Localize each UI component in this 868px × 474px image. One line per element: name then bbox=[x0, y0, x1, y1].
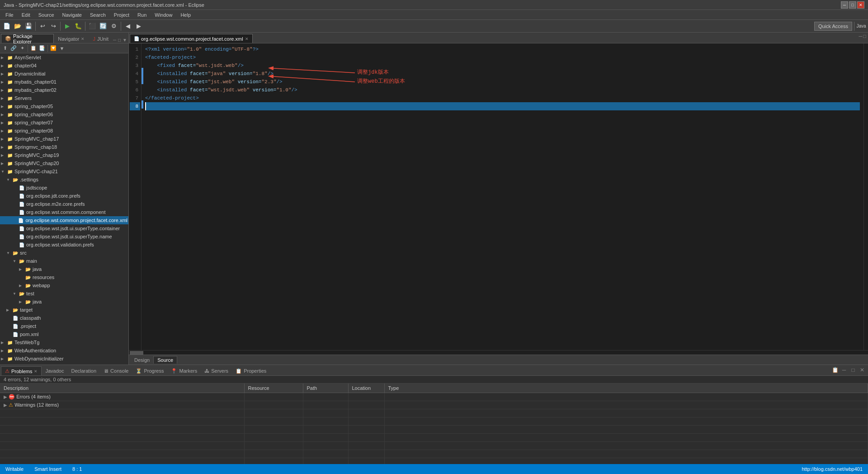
tree-item-mybatis02[interactable]: ▶ 📁 mybatis_chapter02 bbox=[0, 86, 128, 94]
tree-item-spring06[interactable]: ▶ 📁 spring_chapter06 bbox=[0, 110, 128, 118]
debug-button[interactable]: 🐛 bbox=[73, 21, 83, 31]
code-editor[interactable]: <?xml version="1.0" encoding="UTF-8"?> <… bbox=[142, 43, 863, 350]
menu-run[interactable]: Run bbox=[134, 11, 150, 19]
tab-package-explorer[interactable]: 📦 Package Explorer bbox=[1, 34, 54, 43]
tree-item-wst-validation[interactable]: 📄 org.eclipse.wst.validation.prefs bbox=[0, 241, 128, 249]
editor-vscroll[interactable] bbox=[863, 43, 868, 350]
tree-item-testwebtg[interactable]: ▶ 📁 TestWebTg bbox=[0, 338, 128, 346]
source-tab[interactable]: Source bbox=[153, 356, 177, 364]
bp-icon-1[interactable]: 📋 bbox=[831, 366, 839, 374]
tree-item-pomxml[interactable]: 📄 pom.xml bbox=[0, 330, 128, 338]
tree-item-webauth[interactable]: ▶ 📁 WebAuthentication bbox=[0, 346, 128, 355]
bp-tab-javadoc[interactable]: Javadoc bbox=[42, 366, 67, 375]
editor-area[interactable]: 1 2 3 4 5 6 7 8 bbox=[129, 43, 868, 355]
bp-tab-problems[interactable]: ⚠ Problems ✕ bbox=[1, 366, 42, 375]
bp-tab-console[interactable]: 🖥 Console bbox=[100, 366, 132, 375]
tree-item-spring05[interactable]: ▶ 📁 spring_chapter05 bbox=[0, 102, 128, 110]
collapse-all-button[interactable]: ⬆ bbox=[1, 44, 9, 52]
quick-access-button[interactable]: Quick Access bbox=[814, 22, 852, 31]
toolbar-btn-2[interactable]: ↩ bbox=[38, 21, 47, 31]
tree-item-src[interactable]: ▼ 📂 src bbox=[0, 249, 128, 257]
tree-item-springmvc20[interactable]: ▶ 📁 SpringMVC_chap20 bbox=[0, 159, 128, 167]
tree-item-test-java[interactable]: ▶ 📂 java bbox=[0, 298, 128, 306]
menu-file[interactable]: File bbox=[2, 11, 17, 19]
toolbar-btn-7[interactable]: ◀ bbox=[123, 21, 133, 31]
new-btn[interactable]: ✦ bbox=[18, 44, 26, 52]
tree-item-facet-core-xml[interactable]: 📄 org.eclipse.wst.common.project.facet.c… bbox=[0, 216, 128, 224]
menu-edit[interactable]: Edit bbox=[18, 11, 34, 19]
bp-close-icon[interactable]: ✕ bbox=[858, 366, 866, 374]
bp-minimize-icon[interactable]: ─ bbox=[840, 366, 848, 374]
bp-tab-servers[interactable]: 🖧 Servers bbox=[201, 366, 232, 375]
save-button[interactable]: 💾 bbox=[24, 21, 33, 31]
tree-item-test[interactable]: ▼ 📂 test bbox=[0, 289, 128, 298]
run-button[interactable]: ▶ bbox=[62, 21, 72, 31]
tree-item-springmvc21[interactable]: ▼ 📁 SpringMVC-chap21 bbox=[0, 167, 128, 175]
editor-tab-close-icon[interactable]: ✕ bbox=[245, 37, 249, 41]
tree-item-jsdt-supertype-container[interactable]: 📄 org.eclipse.wst.jsdt.ui.superType.cont… bbox=[0, 224, 128, 232]
tree-item-project[interactable]: 📄 .project bbox=[0, 322, 128, 330]
bp-tab-declaration[interactable]: Declaration bbox=[67, 366, 100, 375]
maximize-editor-icon[interactable]: □ bbox=[863, 33, 866, 39]
tree-item-resources[interactable]: 📂 resources bbox=[0, 273, 128, 281]
tree-item-mybatis01[interactable]: ▶ 📁 mybatis_chapter01 bbox=[0, 78, 128, 86]
editor-hscroll[interactable] bbox=[129, 350, 868, 355]
lt-btn-4[interactable]: 📋 bbox=[29, 44, 38, 52]
close-button[interactable]: ✕ bbox=[857, 1, 864, 9]
minimize-button[interactable]: ─ bbox=[841, 1, 848, 9]
bp-maximize-icon[interactable]: □ bbox=[849, 366, 857, 374]
menu-source[interactable]: Source bbox=[35, 11, 58, 19]
problems-row-errors[interactable]: ▶ ⛔ Errors (4 items) bbox=[0, 393, 868, 401]
perspective-button[interactable]: Java bbox=[856, 21, 866, 31]
menu-search[interactable]: Search bbox=[86, 11, 109, 19]
tree-item-asyservlet[interactable]: ▶ 📁 AsynServlet bbox=[0, 53, 128, 62]
tree-item-servers[interactable]: ▶ 📁 Servers bbox=[0, 94, 128, 102]
minimize-panel-icon[interactable]: ─ bbox=[113, 37, 117, 43]
problems-row-warnings[interactable]: ▶ ⚠ Warnings (12 items) bbox=[0, 401, 868, 409]
menu-help[interactable]: Help bbox=[177, 11, 194, 19]
problems-tab-close[interactable]: ✕ bbox=[34, 369, 38, 374]
link-editor-button[interactable]: 🔗 bbox=[9, 44, 18, 52]
expand-warnings-icon[interactable]: ▶ bbox=[4, 403, 7, 408]
minimize-editor-icon[interactable]: ─ bbox=[859, 33, 863, 39]
tree-item-classpath[interactable]: 📄 classpath bbox=[0, 314, 128, 322]
editor-tab-facet-xml[interactable]: 📄 org.eclipse.wst.common.project.facet.c… bbox=[130, 34, 253, 43]
tree-item-m2e[interactable]: 📄 org.eclipse.m2e.core.prefs bbox=[0, 200, 128, 208]
bp-tab-properties[interactable]: 📋 Properties bbox=[232, 366, 270, 375]
tree-item-java[interactable]: ▶ 📂 java bbox=[0, 265, 128, 273]
toolbar-btn-8[interactable]: ▶ bbox=[134, 21, 144, 31]
menu-window[interactable]: Window bbox=[151, 11, 176, 19]
navigator-close-icon[interactable]: ✕ bbox=[81, 37, 85, 41]
tree-item-target[interactable]: ▶ 📂 target bbox=[0, 306, 128, 314]
tree-item-jdt-core[interactable]: 📄 org.eclipse.jdt.core.prefs bbox=[0, 192, 128, 200]
toolbar-btn-4[interactable]: ⬛ bbox=[87, 21, 97, 31]
bp-tab-markers[interactable]: 📍 Markers bbox=[167, 366, 201, 375]
tree-item-wst-common-component[interactable]: 📄 org.eclipse.wst.common.component bbox=[0, 208, 128, 216]
tree-item-springmvc17[interactable]: ▶ 📁 SpringMVC_chap17 bbox=[0, 135, 128, 143]
tree-item-settings[interactable]: ▼ 📂 .settings bbox=[0, 175, 128, 184]
tree-item-spring08[interactable]: ▶ 📁 spring_chapter08 bbox=[0, 127, 128, 135]
tree-item-springmvc19[interactable]: ▶ 📁 SpringMVC_chap19 bbox=[0, 151, 128, 159]
lt-btn-5[interactable]: 📑 bbox=[38, 44, 46, 52]
toolbar-btn-5[interactable]: 🔄 bbox=[98, 21, 108, 31]
tree-item-webapp[interactable]: ▶ 📂 webapp bbox=[0, 281, 128, 289]
toolbar-btn-3[interactable]: ↪ bbox=[48, 21, 58, 31]
tree-item-main[interactable]: ▼ 📂 main bbox=[0, 257, 128, 265]
toolbar-btn-6[interactable]: ⚙ bbox=[109, 21, 119, 31]
maximize-panel-icon[interactable]: □ bbox=[118, 37, 121, 43]
lt-btn-6[interactable]: 🔽 bbox=[49, 44, 57, 52]
lt-btn-7[interactable]: ▼ bbox=[58, 44, 66, 52]
expand-errors-icon[interactable]: ▶ bbox=[4, 394, 7, 399]
maximize-button[interactable]: □ bbox=[849, 1, 856, 9]
bp-tab-progress[interactable]: ⏳ Progress bbox=[132, 366, 167, 375]
open-button[interactable]: 📂 bbox=[13, 21, 23, 31]
tab-navigator[interactable]: Navigator ✕ bbox=[54, 34, 89, 43]
menu-project[interactable]: Project bbox=[110, 11, 133, 19]
tree-item-spring07[interactable]: ▶ 📁 spring_chapter07 bbox=[0, 118, 128, 127]
menu-navigate[interactable]: Navigate bbox=[59, 11, 85, 19]
tree-item-springmvc18[interactable]: ▶ 📁 Springmvc_chap18 bbox=[0, 143, 128, 151]
tree-item-jsdtscope[interactable]: 📄 jsdtscope bbox=[0, 184, 128, 192]
tab-junit[interactable]: J JUnit bbox=[89, 34, 113, 43]
view-menu-icon[interactable]: ▼ bbox=[122, 37, 127, 43]
new-button[interactable]: 📄 bbox=[2, 21, 12, 31]
